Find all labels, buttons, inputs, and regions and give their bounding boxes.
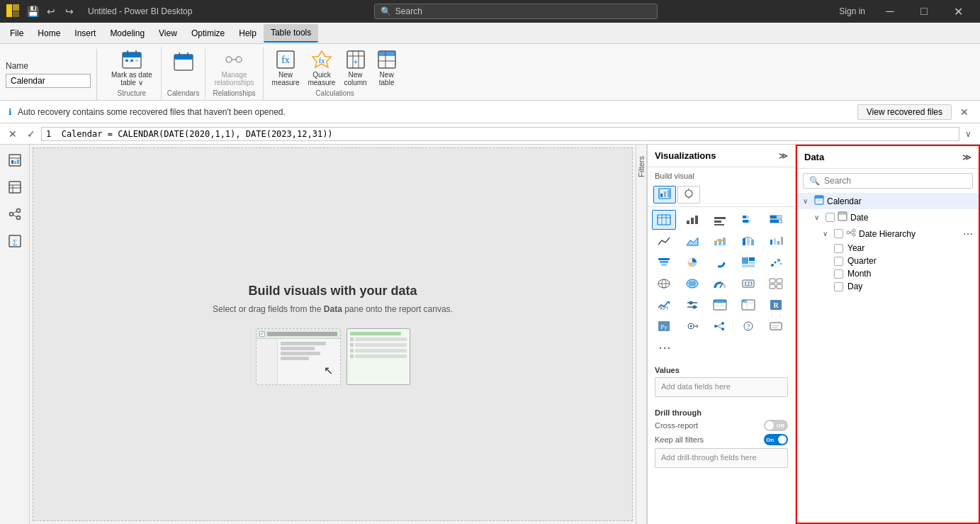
svg-rect-59 — [695, 216, 698, 224]
year-checkbox[interactable] — [834, 244, 843, 253]
viz-decomp-tree-icon[interactable] — [708, 316, 732, 336]
menu-home[interactable]: Home — [30, 24, 67, 43]
viz-slicer-icon[interactable] — [680, 295, 704, 315]
hierarchy-quarter[interactable]: Quarter — [797, 255, 979, 267]
viz-qa-icon[interactable]: ? — [736, 316, 760, 336]
viz-r-icon[interactable]: R — [764, 295, 788, 315]
new-column-button[interactable]: + New column — [341, 47, 369, 88]
viz-combo-icon[interactable] — [708, 231, 732, 251]
viz-stacked-bar-icon[interactable] — [736, 210, 760, 230]
menu-file[interactable]: File — [3, 24, 30, 43]
viz-kpi-icon[interactable]: KPI — [652, 295, 676, 315]
date-field-icon — [838, 211, 847, 223]
viz-tab-visual[interactable] — [653, 186, 676, 204]
viz-scatter-icon[interactable] — [764, 252, 788, 272]
viz-treemap-icon[interactable] — [736, 252, 760, 272]
data-panel-expand[interactable]: ≫ — [962, 152, 971, 162]
minimize-button[interactable]: ─ — [874, 0, 906, 23]
hierarchy-more[interactable]: ⋯ — [963, 228, 973, 240]
date-checkbox[interactable] — [826, 213, 835, 222]
canvas-content: Build visuals with your data Select or d… — [213, 284, 453, 385]
viz-panel-expand[interactable]: ≫ — [779, 151, 788, 161]
viz-funnel-icon[interactable] — [652, 252, 676, 272]
viz-python-icon[interactable]: Py — [652, 316, 676, 336]
title-bar: 💾 ↩ ↪ Untitled - Power BI Desktop 🔍 Sear… — [0, 0, 980, 23]
viz-ribbon-icon[interactable] — [736, 231, 760, 251]
table-name-input[interactable] — [6, 74, 91, 88]
menu-help[interactable]: Help — [232, 24, 264, 43]
menu-view[interactable]: View — [152, 24, 184, 43]
viz-map-icon[interactable] — [652, 274, 676, 294]
auto-date-button[interactable] — [169, 49, 198, 74]
new-table-button[interactable]: New table — [373, 47, 401, 88]
new-measure-button[interactable]: fx New measure — [269, 47, 303, 88]
values-drop-zone[interactable]: Add data fields here — [655, 377, 788, 397]
hierarchy-checkbox[interactable] — [834, 229, 843, 238]
title-search-box[interactable]: 🔍 Search — [374, 4, 658, 19]
cross-report-toggle[interactable]: Off — [764, 420, 788, 431]
viz-filled-map-icon[interactable] — [680, 274, 704, 294]
formula-expand-button[interactable]: ∨ — [962, 128, 974, 140]
manage-relationships-button[interactable]: Manage relationships — [211, 47, 257, 88]
viz-more-button[interactable]: ⋯ — [652, 338, 676, 357]
tree-hierarchy[interactable]: ∨ Date Hierarchy ⋯ — [797, 225, 979, 242]
recovery-close-button[interactable]: ✕ — [957, 106, 971, 118]
visualizations-panel: Visualizations ≫ Build visual — [647, 145, 796, 524]
menu-insert[interactable]: Insert — [67, 24, 103, 43]
tree-date-field[interactable]: ∨ Date — [797, 209, 979, 225]
canvas-area[interactable]: Build visuals with your data Select or d… — [33, 147, 633, 521]
quick-measure-button[interactable]: fx Quick measure — [305, 47, 338, 88]
formula-input[interactable] — [41, 127, 959, 141]
viz-tab-format[interactable] — [677, 186, 700, 204]
sidebar-model-icon[interactable] — [2, 201, 28, 227]
viz-table-icon[interactable] — [652, 210, 676, 230]
svg-rect-48 — [664, 191, 666, 197]
drill-drop-zone[interactable]: Add drill-through fields here — [655, 448, 788, 468]
viz-donut-icon[interactable] — [708, 252, 732, 272]
quarter-checkbox[interactable] — [834, 257, 843, 266]
viz-gauge-icon[interactable] — [708, 274, 732, 294]
svg-point-98 — [780, 263, 782, 264]
viz-bar-icon[interactable] — [680, 210, 704, 230]
viz-key-influencers-icon[interactable] — [680, 316, 704, 336]
sidebar-data-icon[interactable] — [2, 174, 28, 200]
data-search-input[interactable] — [824, 176, 967, 186]
formula-cancel[interactable]: ✕ — [6, 127, 20, 141]
filters-sidebar[interactable]: Filters — [636, 145, 647, 524]
viz-pie-icon[interactable] — [680, 252, 704, 272]
menu-modeling[interactable]: Modeling — [103, 24, 152, 43]
calendars-items — [169, 49, 198, 74]
signin-label[interactable]: Sign in — [839, 6, 865, 16]
hierarchy-year[interactable]: Year — [797, 242, 979, 255]
view-recovered-button[interactable]: View recovered files — [857, 104, 952, 120]
viz-line-icon[interactable] — [652, 231, 676, 251]
svg-text:?: ? — [747, 323, 750, 330]
redo-icon[interactable]: ↪ — [62, 6, 77, 17]
viz-area-icon[interactable] — [680, 231, 704, 251]
menu-optimize[interactable]: Optimize — [184, 24, 232, 43]
hierarchy-month[interactable]: Month — [797, 267, 979, 280]
svg-rect-76 — [743, 238, 745, 245]
keep-filters-toggle[interactable]: On — [764, 434, 788, 445]
viz-multi-row-card-icon[interactable] — [764, 274, 788, 294]
close-button[interactable]: ✕ — [942, 0, 974, 23]
viz-table2-icon[interactable] — [708, 295, 732, 315]
menu-table-tools[interactable]: Table tools — [264, 24, 318, 43]
sidebar-dax-icon[interactable]: ∑ — [2, 228, 28, 254]
viz-100-stacked-icon[interactable] — [764, 210, 788, 230]
sidebar-report-icon[interactable] — [2, 147, 28, 173]
viz-matrix-icon[interactable] — [736, 295, 760, 315]
maximize-button[interactable]: □ — [908, 0, 940, 23]
save-icon[interactable]: 💾 — [26, 6, 40, 17]
undo-icon[interactable]: ↩ — [44, 6, 58, 17]
viz-smart-narrative-icon[interactable] — [764, 316, 788, 336]
month-checkbox[interactable] — [834, 269, 843, 279]
hierarchy-day[interactable]: Day — [797, 280, 979, 293]
viz-waterfall-icon[interactable] — [764, 231, 788, 251]
tree-calendar-table[interactable]: ∨ Calendar — [797, 193, 979, 209]
formula-confirm[interactable]: ✓ — [24, 127, 38, 141]
day-checkbox[interactable] — [834, 282, 843, 291]
mark-as-date-button[interactable]: Mark as date table ∨ — [108, 47, 155, 88]
viz-column-icon[interactable] — [708, 210, 732, 230]
viz-card-icon[interactable]: 123 — [736, 274, 760, 294]
